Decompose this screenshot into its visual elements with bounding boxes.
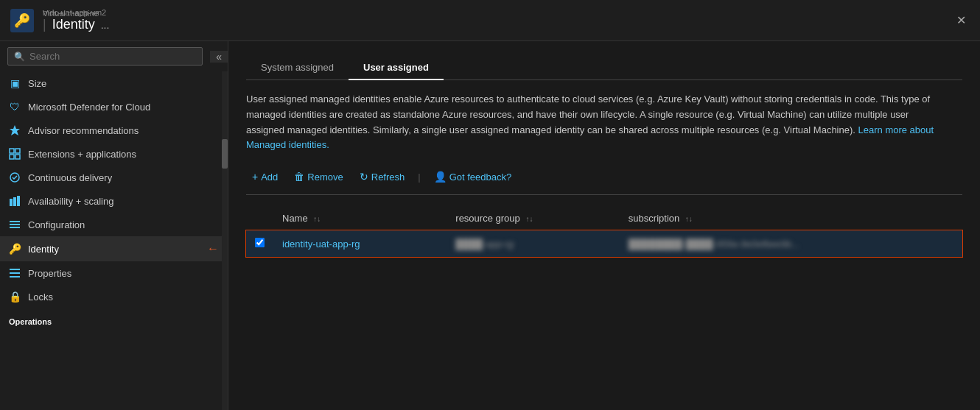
subtitle: Virtual machine [43,9,99,18]
feedback-icon: 👤 [434,171,447,183]
sidebar-label-advisor: Advisor recommendations [28,125,139,136]
add-icon: + [252,171,258,183]
sidebar-label-defender: Microsoft Defender for Cloud [28,102,150,113]
advisor-icon [9,124,21,136]
titlebar: 🔑 mdc-uat-app-vm2 | Identity ... Virtual… [0,0,980,41]
svg-rect-16 [10,276,20,278]
svg-rect-8 [10,199,13,206]
vm-icon: 🔑 [9,7,35,34]
search-icon: 🔍 [14,52,25,62]
identity-icon: 🔑 [9,243,21,255]
ellipsis-icon[interactable]: ... [101,19,110,31]
sort-sub-icon: ↑↓ [685,215,693,223]
add-button[interactable]: + Add [246,168,284,185]
sidebar-item-defender[interactable]: 🛡 Microsoft Defender for Cloud [0,95,228,119]
sidebar-label-configuration: Configuration [28,219,85,230]
sidebar-item-extensions[interactable]: Extensions + applications [0,142,228,166]
svg-rect-11 [10,221,20,222]
svg-rect-5 [10,155,14,159]
toolbar-separator: | [418,172,420,183]
search-row: 🔍 « [0,41,228,71]
svg-rect-3 [10,149,14,153]
remove-button[interactable]: 🗑 Remove [288,168,349,185]
row-checkbox-cell [246,230,273,258]
content-area: System assigned User assigned User assig… [228,41,980,410]
description-text: User assigned managed identities enable … [246,92,946,153]
svg-marker-2 [10,125,20,135]
row-name-cell: identity-uat-app-rg [273,230,447,258]
delivery-icon [9,172,21,183]
sidebar-label-scaling: Availability + scaling [28,196,113,207]
sidebar-item-scaling[interactable]: Availability + scaling [0,189,228,213]
col-subscription[interactable]: subscription ↑↓ [620,207,962,230]
sidebar-label-properties: Properties [28,268,71,279]
sort-rg-icon: ↑↓ [525,215,533,223]
locks-icon: 🔒 [9,291,21,303]
identity-name-link[interactable]: identity-uat-app-rg [282,238,360,250]
svg-rect-6 [15,155,20,159]
page-title: Identity [52,17,95,32]
remove-icon: 🗑 [294,171,304,183]
col-resource-group[interactable]: resource group ↑↓ [447,207,620,230]
remove-label: Remove [307,172,343,183]
svg-rect-13 [10,227,20,228]
sidebar-label-identity: Identity [28,244,59,255]
sidebar-item-locks[interactable]: 🔒 Locks [0,285,228,308]
scroll-thumb [222,139,228,169]
collapse-button[interactable]: « [210,51,228,63]
refresh-icon: ↻ [360,171,368,183]
close-button[interactable]: ✕ [951,10,971,31]
tab-system-assigned[interactable]: System assigned [246,56,349,80]
defender-icon: 🛡 [9,101,21,113]
row-checkbox[interactable] [255,238,265,247]
sidebar-item-configuration[interactable]: Configuration [0,213,228,236]
row-subscription-cell: ████████-████-959a-9e0efbee9b... [620,230,962,258]
sidebar: 🔍 « ▣ Size 🛡 Microsoft Defender for Clou… [0,41,228,410]
sidebar-label-locks: Locks [28,291,53,303]
sidebar-item-properties[interactable]: Properties [0,261,228,285]
sidebar-label-delivery: Continuous delivery [28,172,112,183]
sidebar-item-advisor[interactable]: Advisor recommendations [0,119,228,142]
svg-rect-12 [10,224,20,225]
scaling-icon [9,195,21,207]
tab-user-assigned[interactable]: User assigned [349,56,444,80]
select-all-header [246,207,273,230]
feedback-label: Got feedback? [449,172,512,183]
sidebar-item-identity[interactable]: 🔑 Identity ← [0,236,228,261]
svg-rect-9 [13,197,16,206]
svg-rect-4 [15,149,20,153]
sort-name-icon: ↑↓ [313,215,321,223]
refresh-label: Refresh [371,172,405,183]
search-container: 🔍 [7,47,203,66]
operations-section-header: Operations [0,308,228,329]
col-name[interactable]: Name ↑↓ [273,207,447,230]
configuration-icon [9,219,21,230]
identities-table: Name ↑↓ resource group ↑↓ subscription ↑… [246,207,962,257]
refresh-button[interactable]: ↻ Refresh [354,168,411,185]
sidebar-nav: ▣ Size 🛡 Microsoft Defender for Cloud Ad… [0,71,228,410]
sidebar-item-size[interactable]: ▣ Size [0,71,228,95]
tabs-container: System assigned User assigned [246,56,962,80]
row-rg-cell: ████-app-rg [447,230,620,258]
title-separator: | [43,17,46,32]
subscription-value: ████████-████-959a-9e0efbee9b... [629,238,799,250]
svg-text:🔑: 🔑 [14,13,31,29]
resource-group-value: ████-app-rg [455,238,514,250]
extensions-icon [9,148,21,160]
properties-icon [9,267,21,279]
search-input[interactable] [29,51,196,62]
svg-rect-14 [10,269,20,270]
sidebar-label-size: Size [28,78,46,89]
feedback-button[interactable]: 👤 Got feedback? [428,168,518,185]
table-row[interactable]: identity-uat-app-rg ████-app-rg ████████… [246,230,962,258]
scroll-indicator [222,71,228,410]
identity-arrow: ← [207,242,219,255]
add-label: Add [261,172,278,183]
toolbar: + Add 🗑 Remove ↻ Refresh | 👤 Got feedbac… [246,168,962,195]
size-icon: ▣ [9,77,21,89]
sidebar-scroll-area: ▣ Size 🛡 Microsoft Defender for Cloud Ad… [0,71,228,410]
sidebar-label-extensions: Extensions + applications [28,149,136,160]
sidebar-item-delivery[interactable]: Continuous delivery [0,166,228,189]
svg-rect-10 [17,196,20,206]
svg-rect-15 [10,272,20,274]
